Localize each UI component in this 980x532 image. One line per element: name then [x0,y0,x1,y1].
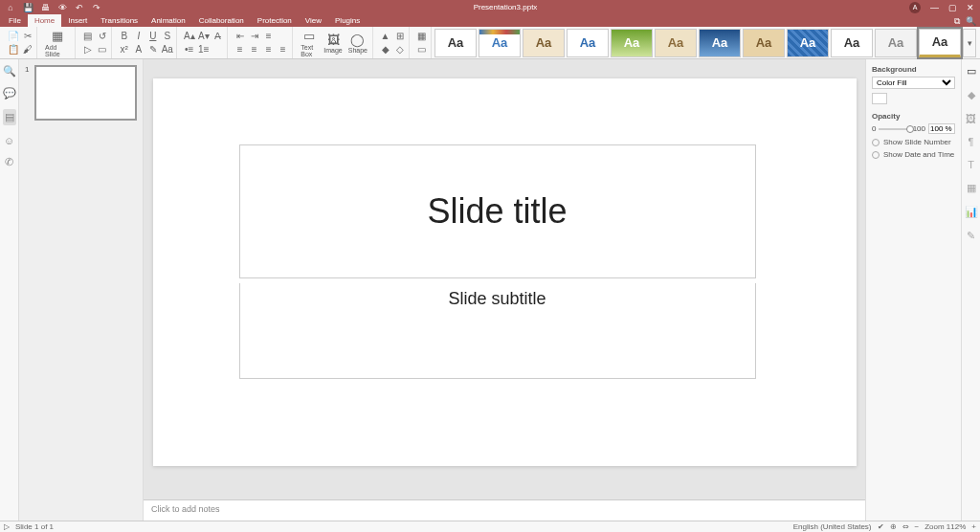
table-settings-icon[interactable]: ▦ [967,182,976,194]
notes-area[interactable]: Click to add notes [144,499,865,521]
theme-2[interactable]: Aa [523,29,565,57]
theme-4[interactable]: Aa [611,29,653,57]
fit-width-icon[interactable]: ⇔ [902,522,909,531]
shape-fill-icon[interactable]: ◆ [379,43,391,55]
image-icon: 🖼 [324,32,342,47]
theme-1[interactable]: Aa [479,29,521,57]
fit-icon[interactable]: ⊕ [890,522,897,531]
title-placeholder[interactable]: Slide title [239,144,756,278]
spellcheck-icon[interactable]: ✔ [878,522,884,531]
shape-settings-icon[interactable]: ◆ [968,89,975,101]
slide-size-icon[interactable]: ▭ [415,43,428,55]
search-icon[interactable]: 🔍 [966,16,976,27]
open-location-icon[interactable]: ⧉ [954,16,960,27]
tab-insert[interactable]: Insert [61,14,94,27]
add-slide-button[interactable]: ▦ Add Slide [43,29,72,57]
slide-settings-icon[interactable]: ▭ [967,65,976,78]
maximize-icon[interactable]: ▢ [948,3,957,12]
copy-icon[interactable]: 📄 [7,30,19,42]
opacity-max: 100 [913,124,925,133]
language-button[interactable]: English (United States) [793,522,872,531]
comments-icon[interactable]: 💬 [3,87,16,100]
indent-dec-icon: ⇤ [234,30,246,42]
align-objects-icon[interactable]: ⊞ [393,30,406,42]
subtitle-placeholder[interactable]: Slide subtitle [239,283,756,379]
image-settings-icon[interactable]: 🖼 [966,113,976,124]
theme-8[interactable]: Aa [787,29,829,57]
tab-home[interactable]: Home [28,14,61,27]
theme-0[interactable]: Aa [434,29,477,57]
arrange-icon[interactable]: ▲ [379,30,391,42]
home-icon[interactable]: ⌂ [6,3,15,12]
clear-format-icon: A̶ [212,30,224,42]
shape-button[interactable]: ◯Shape [346,32,369,54]
support-icon[interactable]: ✆ [5,156,13,168]
save-icon[interactable]: 💾 [23,3,33,12]
tab-animation[interactable]: Animation [145,14,192,27]
undo-icon[interactable]: ↶ [75,3,84,12]
image-button[interactable]: 🖼Image [322,32,344,54]
tab-file[interactable]: File [2,14,28,27]
thumbnails-icon[interactable]: ▤ [3,109,16,125]
slide-canvas[interactable]: Slide title Slide subtitle [153,78,857,466]
theme-9[interactable]: Aa [831,29,873,57]
chart-settings-icon[interactable]: 📊 [965,206,978,218]
show-slide-number-radio[interactable] [872,139,880,146]
tab-transitions[interactable]: Transitions [94,14,145,27]
quick-icon[interactable]: 👁 [57,3,67,12]
theme-gallery: AaAaAaAaAaAaAaAaAaAaAaAa▾ [434,29,976,57]
font-color-icon: A [132,43,145,55]
paste-icon[interactable]: 📋 [7,43,19,55]
minimize-icon[interactable]: — [930,3,939,12]
zoom-label[interactable]: Zoom 112% [924,522,966,531]
linespacing-icon: ≡ [262,30,275,42]
fill-type-select[interactable]: Color Fill [872,77,955,89]
add-slide-label: Add Slide [45,44,70,57]
slide-settings-icon[interactable]: ▭ [96,43,108,55]
cut-icon[interactable]: ✂ [21,30,33,42]
properties-panel: Background Color Fill Opacity 0 100 Show… [865,59,961,521]
redo-icon[interactable]: ↷ [92,3,101,12]
tab-protection[interactable]: Protection [251,14,299,27]
theme-3[interactable]: Aa [567,29,609,57]
italic-icon: I [132,30,145,42]
shape-outline-icon[interactable]: ◇ [393,43,406,55]
opacity-input[interactable] [928,123,955,134]
signature-icon[interactable]: ✎ [967,230,975,242]
theme-7[interactable]: Aa [743,29,785,57]
document-title: Presentation3.pptx [101,3,909,11]
theme-11[interactable]: Aa [919,29,961,57]
print-icon[interactable]: 🖶 [40,3,50,12]
slide-thumbnail[interactable] [34,65,137,121]
theme-6[interactable]: Aa [699,29,741,57]
layout-icon[interactable]: ▤ [81,30,94,42]
color-scheme-icon[interactable]: ▦ [415,30,428,42]
format-painter-icon[interactable]: 🖌 [21,43,33,55]
tab-plugins[interactable]: Plugins [328,14,367,27]
find-icon[interactable]: 🔍 [3,65,16,78]
presentation-icon[interactable]: ▷ [4,522,10,531]
start-slideshow-icon[interactable]: ▷ [81,43,94,55]
theme-5[interactable]: Aa [655,29,697,57]
close-icon[interactable]: ✕ [967,3,974,12]
reset-icon[interactable]: ↺ [96,30,108,42]
show-slide-number-label: Show Slide Number [883,138,951,146]
avatar[interactable]: A [909,2,921,13]
text-box-button[interactable]: ▭Text Box [299,29,320,57]
zoom-out-icon[interactable]: − [915,522,920,531]
paragraph-settings-icon[interactable]: ¶ [969,136,974,147]
tab-view[interactable]: View [299,14,328,27]
show-date-time-radio[interactable] [872,151,880,159]
zoom-in-icon[interactable]: + [971,522,976,531]
bullet-icon: •≡ [183,43,195,55]
tab-collaboration[interactable]: Collaboration [192,14,251,27]
ribbon: 📄✂ 📋🖌 ▦ Add Slide ▤↺ ▷▭ B I U S x² A ✎ A… [0,27,980,59]
show-date-time-label: Show Date and Time [883,150,954,159]
fill-color-button[interactable] [872,93,887,104]
opacity-slider[interactable] [879,128,909,130]
themes-more-button[interactable]: ▾ [963,29,976,57]
feedback-icon[interactable]: ☺ [4,135,14,146]
number-icon: 1≡ [197,43,210,55]
text-settings-icon[interactable]: T [968,159,974,170]
theme-10[interactable]: Aa [875,29,917,57]
